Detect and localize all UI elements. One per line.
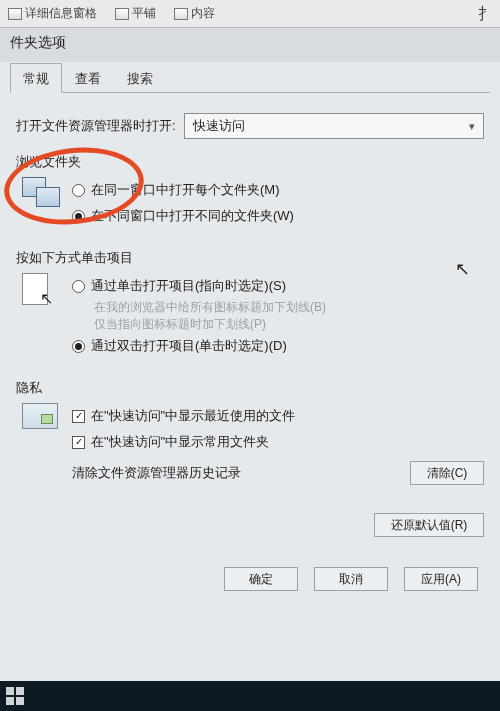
tabs: 常规 查看 搜索	[10, 62, 490, 93]
restore-row: 还原默认值(R)	[16, 513, 484, 537]
click-heading: 按如下方式单击项目	[16, 249, 484, 267]
dialog-footer: 确定 取消 应用(A)	[16, 567, 484, 591]
start-button-icon[interactable]	[6, 687, 24, 705]
ribbon-item-content[interactable]: 内容	[174, 5, 215, 22]
radio-new-window[interactable]: 在不同窗口中打开不同的文件夹(W)	[72, 203, 484, 229]
dialog-title: 件夹选项	[0, 28, 500, 56]
privacy-group: 在"快速访问"中显示最近使用的文件 在"快速访问"中显示常用文件夹 清除文件资源…	[22, 403, 484, 485]
ribbon-strip: 详细信息窗格 平铺 内容 扌	[0, 0, 500, 28]
checkbox-icon	[72, 410, 85, 423]
ok-button[interactable]: 确定	[224, 567, 298, 591]
tile-view-icon	[115, 8, 129, 20]
restore-defaults-button[interactable]: 还原默认值(R)	[374, 513, 484, 537]
radio-icon	[72, 340, 85, 353]
radio-same-window[interactable]: 在同一窗口中打开每个文件夹(M)	[72, 177, 484, 203]
radio-double-click[interactable]: 通过双击打开项目(单击时选定)(D)	[72, 333, 484, 359]
tab-general[interactable]: 常规	[10, 63, 62, 93]
tab-view[interactable]: 查看	[62, 63, 114, 93]
click-items-icon: ↖	[22, 273, 62, 311]
radio-icon	[72, 210, 85, 223]
folder-options-dialog: 常规 查看 搜索 打开文件资源管理器时打开: 快速访问 ▾ 浏览文件夹 在同一窗…	[0, 62, 500, 711]
open-with-dropdown[interactable]: 快速访问 ▾	[184, 113, 484, 139]
cursor-icon: ↖	[455, 258, 470, 280]
open-with-row: 打开文件资源管理器时打开: 快速访问 ▾	[16, 113, 484, 139]
dropdown-value: 快速访问	[193, 117, 245, 135]
radio-single-click[interactable]: 通过单击打开项目(指向时选定)(S)	[72, 273, 484, 299]
details-pane-icon	[8, 8, 22, 20]
taskbar	[0, 681, 500, 711]
tab-search[interactable]: 搜索	[114, 63, 166, 93]
radio-icon	[72, 184, 85, 197]
click-group: ↖ 通过单击打开项目(指向时选定)(S) 在我的浏览器中给所有图标标题加下划线(…	[22, 273, 484, 359]
browse-heading: 浏览文件夹	[16, 153, 484, 171]
check-recent-files[interactable]: 在"快速访问"中显示最近使用的文件	[72, 403, 484, 429]
sub-underline-all: 在我的浏览器中给所有图标标题加下划线(B)	[72, 299, 484, 316]
browse-folders-icon	[22, 177, 62, 211]
check-frequent-folders[interactable]: 在"快速访问"中显示常用文件夹	[72, 429, 484, 455]
checkbox-icon	[72, 436, 85, 449]
open-with-label: 打开文件资源管理器时打开:	[16, 117, 176, 135]
ribbon-item-tile[interactable]: 平铺	[115, 5, 156, 22]
chevron-down-icon: ▾	[469, 120, 475, 133]
privacy-heading: 隐私	[16, 379, 484, 397]
cancel-button[interactable]: 取消	[314, 567, 388, 591]
cutoff-char: 扌	[478, 4, 494, 25]
sub-underline-hover: 仅当指向图标标题时加下划线(P)	[72, 316, 484, 333]
clear-history-label: 清除文件资源管理器历史记录	[72, 464, 400, 482]
browse-group: 在同一窗口中打开每个文件夹(M) 在不同窗口中打开不同的文件夹(W)	[22, 177, 484, 229]
ribbon-item-details[interactable]: 详细信息窗格	[8, 5, 97, 22]
clear-button[interactable]: 清除(C)	[410, 461, 484, 485]
radio-icon	[72, 280, 85, 293]
tab-content: 打开文件资源管理器时打开: 快速访问 ▾ 浏览文件夹 在同一窗口中打开每个文件夹…	[10, 93, 490, 601]
privacy-icon	[22, 403, 62, 435]
apply-button[interactable]: 应用(A)	[404, 567, 478, 591]
content-view-icon	[174, 8, 188, 20]
